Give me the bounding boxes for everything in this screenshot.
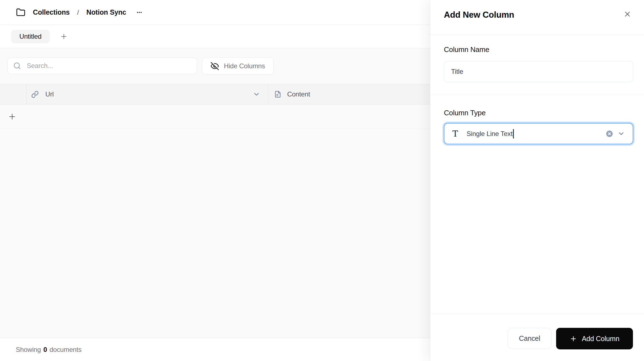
search-box xyxy=(7,57,197,74)
select-chevron-button[interactable] xyxy=(617,130,625,137)
column-type-value: Single Line Text xyxy=(467,130,512,138)
column-name-label: Column Name xyxy=(444,45,489,54)
column-header-url[interactable]: Url xyxy=(27,84,268,104)
column-type-select[interactable]: T Single Line Text xyxy=(444,123,633,144)
breadcrumb-item-collections[interactable]: Collections xyxy=(33,8,70,16)
search-icon xyxy=(13,62,21,70)
tab-bar: Untitled xyxy=(0,25,430,48)
add-column-panel: Add New Column Column Name Column Type T… xyxy=(430,0,644,361)
main-area: Collections / Notion Sync Untitled xyxy=(0,0,430,361)
text-cursor xyxy=(513,129,514,138)
cancel-button[interactable]: Cancel xyxy=(508,328,551,349)
hide-columns-label: Hide Columns xyxy=(224,62,265,70)
breadcrumb-separator: / xyxy=(77,9,79,16)
link-icon xyxy=(31,91,39,98)
plus-icon xyxy=(60,33,68,40)
breadcrumb-item-notion-sync[interactable]: Notion Sync xyxy=(87,8,126,16)
status-suffix: documents xyxy=(49,346,82,354)
add-column-button[interactable]: Add Column xyxy=(556,328,633,349)
add-tab-button[interactable] xyxy=(60,33,68,40)
status-bar: Showing 0 documents xyxy=(0,338,430,361)
app-window: Collections / Notion Sync Untitled xyxy=(0,0,644,361)
tab-untitled[interactable]: Untitled xyxy=(11,30,50,43)
panel-header: Add New Column xyxy=(430,0,644,35)
table-header-row: Url Content xyxy=(0,84,430,104)
chevron-down-icon[interactable] xyxy=(253,90,260,98)
text-type-icon: T xyxy=(452,129,459,138)
footer-divider xyxy=(430,314,644,314)
status-prefix: Showing xyxy=(16,346,41,354)
column-header-content[interactable]: Content xyxy=(268,84,430,104)
collection-more-button[interactable] xyxy=(134,7,145,18)
chevron-down-icon xyxy=(617,130,625,137)
panel-footer: Cancel Add Column xyxy=(508,328,633,349)
plus-icon xyxy=(570,335,577,342)
row-handle-header-cell xyxy=(0,84,27,104)
hide-columns-button[interactable]: Hide Columns xyxy=(202,57,274,75)
panel-title: Add New Column xyxy=(444,10,514,20)
column-header-label: Url xyxy=(45,90,54,98)
folder-icon xyxy=(16,8,25,17)
panel-close-button[interactable] xyxy=(620,6,635,22)
close-icon xyxy=(623,10,632,18)
add-row-button[interactable] xyxy=(0,104,430,129)
file-text-icon xyxy=(274,91,281,98)
search-input[interactable] xyxy=(27,62,191,70)
clear-circle-icon xyxy=(606,130,613,138)
breadcrumb: Collections / Notion Sync xyxy=(0,0,430,25)
column-name-input[interactable] xyxy=(444,61,633,82)
column-type-label: Column Type xyxy=(444,109,486,117)
ellipsis-icon xyxy=(135,9,143,16)
table-toolbar: Hide Columns xyxy=(0,48,430,84)
section-divider xyxy=(430,95,644,95)
eye-off-icon xyxy=(210,62,219,70)
document-count: 0 xyxy=(43,346,47,354)
plus-icon xyxy=(8,112,17,121)
clear-selection-button[interactable] xyxy=(606,130,613,138)
column-header-label: Content xyxy=(287,90,310,98)
add-column-label: Add Column xyxy=(582,335,619,343)
